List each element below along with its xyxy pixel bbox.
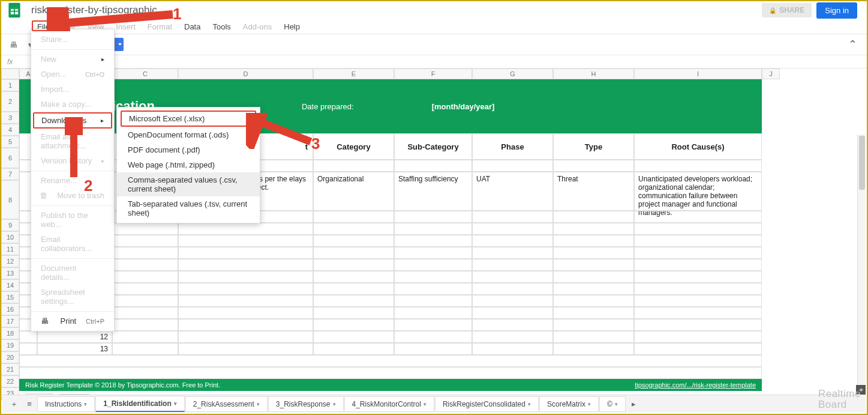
- submenu-xlsx[interactable]: Microsoft Excel (.xlsx): [121, 111, 256, 127]
- row-5[interactable]: 5: [1, 136, 19, 148]
- submenu-csv[interactable]: Comma-separated values (.csv, current sh…: [117, 172, 260, 196]
- submenu-html[interactable]: Web page (.html, zipped): [117, 157, 260, 172]
- menu-item-publish: Publish to the web...: [31, 205, 114, 232]
- cell-root-causes[interactable]: Unanticipated developers workload; organ…: [634, 172, 762, 211]
- row-15[interactable]: 15: [1, 291, 19, 303]
- tab-instructions[interactable]: Instructions▾: [37, 396, 95, 412]
- row-1[interactable]: 1: [1, 79, 19, 91]
- row-7[interactable]: 7: [1, 168, 19, 180]
- row-16[interactable]: 16: [1, 303, 19, 315]
- lock-icon: 🔒: [769, 7, 776, 14]
- row-17[interactable]: 17: [1, 315, 19, 327]
- menu-tools[interactable]: Tools: [206, 21, 236, 32]
- svg-rect-4: [14, 8, 15, 15]
- row-8[interactable]: 8: [1, 180, 19, 219]
- share-label: SHARE: [779, 6, 804, 14]
- menu-item-download-as[interactable]: Download as▸: [33, 112, 112, 129]
- menu-item-print[interactable]: 🖶 PrintCtrl+P: [31, 311, 114, 329]
- header-category: Category: [313, 133, 394, 160]
- banner-date-value: [month/day/year]: [432, 102, 495, 111]
- banner-date-label: Date prepared:: [302, 102, 354, 111]
- row-9[interactable]: 9: [1, 219, 19, 231]
- tab-risk-response[interactable]: 3_RiskResponse▾: [268, 396, 344, 412]
- column-headers: A B C D E F G H I J: [1, 68, 780, 79]
- collapse-toolbar-icon[interactable]: ⌃: [848, 38, 863, 51]
- col-d[interactable]: D: [178, 68, 313, 79]
- col-e[interactable]: E: [313, 68, 394, 79]
- print-icon[interactable]: 🖶: [5, 36, 22, 53]
- menu-item-email-collab: Email collaborators...: [31, 232, 114, 256]
- fx-label: fx: [7, 58, 13, 66]
- col-j[interactable]: J: [762, 68, 780, 79]
- row-6[interactable]: 6: [1, 148, 19, 168]
- menu-bar: File Edit View Insert Format Data Tools …: [1, 19, 867, 34]
- vertical-scrollbar[interactable]: [857, 135, 866, 400]
- row-14[interactable]: 14: [1, 279, 19, 291]
- watermark: RealtimeBoard: [818, 389, 861, 410]
- file-dropdown-menu: Share... New▸ Open...Ctrl+O Import... Ma…: [31, 29, 115, 332]
- menu-insert[interactable]: Insert: [110, 21, 142, 32]
- cell-type[interactable]: Threat: [553, 172, 634, 211]
- menu-format[interactable]: Format: [142, 21, 178, 32]
- tab-copyright[interactable]: ©▾: [599, 396, 626, 412]
- col-i[interactable]: I: [634, 68, 762, 79]
- row-12[interactable]: 12: [1, 255, 19, 267]
- header-root-causes: Root Cause(s): [634, 133, 762, 160]
- scrollbar-thumb[interactable]: [859, 136, 865, 190]
- tab-risk-identification[interactable]: 1_RiskIdentification▾: [95, 396, 184, 412]
- menu-item-doc-details: Document details...: [31, 258, 114, 285]
- tab-risk-assessment[interactable]: 2_RiskAssessment▾: [185, 396, 268, 412]
- row-headers: 1 2 3 4 5 6 7 8 9 10 11 12 13 14 15 16 1…: [1, 79, 19, 400]
- row-19[interactable]: 19: [1, 339, 19, 351]
- row-13[interactable]: 13: [1, 267, 19, 279]
- row-10[interactable]: 10: [1, 231, 19, 243]
- tab-risk-register-consolidated[interactable]: RiskRegisterConsolidated▾: [435, 396, 539, 412]
- menu-item-rename: Rename...: [31, 171, 114, 188]
- menu-item-version-history: Version history▸: [31, 153, 114, 168]
- submenu-tsv[interactable]: Tab-separated values (.tsv, current shee…: [117, 196, 260, 220]
- menu-help[interactable]: Help: [278, 21, 306, 32]
- col-g[interactable]: G: [472, 68, 553, 79]
- footer-link[interactable]: tipsographic.com/.../risk-register-templ…: [635, 381, 756, 389]
- menu-addons[interactable]: Add-ons: [237, 21, 278, 32]
- menu-item-make-copy: Make a copy...: [31, 97, 114, 112]
- submenu-pdf[interactable]: PDF document (.pdf): [117, 142, 260, 157]
- row-20[interactable]: 20: [1, 351, 19, 363]
- menu-item-email-attachment: Email as attachment...: [31, 129, 114, 153]
- add-sheet-icon[interactable]: ＋: [6, 396, 22, 412]
- menu-item-import: Import...: [31, 82, 114, 97]
- col-h[interactable]: H: [553, 68, 634, 79]
- row-2[interactable]: 2: [1, 91, 19, 112]
- row-21[interactable]: 21: [1, 363, 19, 375]
- tab-scroll-right-icon[interactable]: ▸: [626, 396, 642, 412]
- sheets-logo-icon: [7, 1, 22, 19]
- row-18[interactable]: 18: [1, 327, 19, 339]
- menu-item-share: Share...: [31, 32, 114, 47]
- document-title[interactable]: risk-register-by-tipsographic: [31, 4, 157, 16]
- header-subcategory: Sub-Category: [394, 133, 472, 160]
- cell-category[interactable]: Organizational: [313, 172, 394, 211]
- menu-item-open: Open...Ctrl+O: [31, 67, 114, 82]
- submenu-ods[interactable]: OpenDocument format (.ods): [117, 127, 260, 142]
- share-button: 🔒 SHARE: [762, 3, 812, 17]
- col-c[interactable]: C: [112, 68, 178, 79]
- menu-item-move-trash: 🗑 Move to trash: [31, 188, 114, 203]
- all-sheets-icon[interactable]: ≡: [22, 396, 37, 412]
- row-3[interactable]: 3: [1, 112, 19, 124]
- cell-subcategory[interactable]: Staffing sufficiency: [394, 172, 472, 211]
- row-4[interactable]: 4: [1, 124, 19, 136]
- toolbar: 🖶 ▾ ⌃: [1, 34, 867, 55]
- row-11[interactable]: 11: [1, 243, 19, 255]
- menu-data[interactable]: Data: [178, 21, 206, 32]
- sign-in-button[interactable]: Sign in: [816, 2, 857, 19]
- header-type: Type: [553, 133, 634, 160]
- formula-bar[interactable]: fx: [1, 55, 867, 68]
- menu-item-new: New▸: [31, 49, 114, 67]
- cell-phase[interactable]: UAT: [472, 172, 553, 211]
- tab-risk-monitor-control[interactable]: 4_RiskMonitorControl▾: [344, 396, 434, 412]
- row-22[interactable]: 22: [1, 375, 19, 387]
- col-f[interactable]: F: [394, 68, 472, 79]
- menu-item-spreadsheet-settings: Spreadsheet settings...: [31, 285, 114, 309]
- title-bar: risk-register-by-tipsographic 🔒 SHARE Si…: [1, 1, 867, 19]
- tab-score-matrix[interactable]: ScoreMatrix▾: [539, 396, 599, 412]
